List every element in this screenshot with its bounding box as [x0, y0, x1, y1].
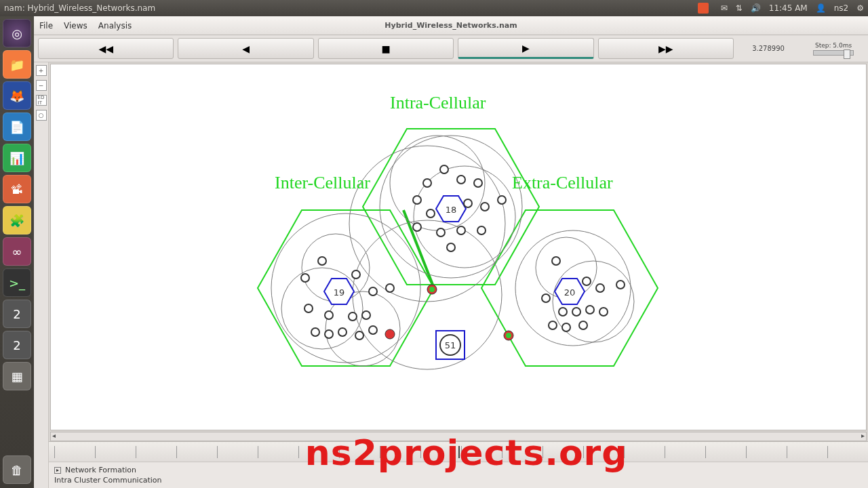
svg-point-5 — [281, 268, 363, 349]
timeline-marker[interactable] — [458, 446, 460, 458]
launcher-app2-icon[interactable]: 2 — [3, 331, 31, 359]
svg-point-32 — [369, 287, 377, 296]
svg-point-42 — [369, 326, 377, 334]
svg-point-54 — [579, 321, 587, 329]
svg-point-52 — [549, 321, 557, 329]
svg-point-30 — [301, 274, 309, 282]
svg-point-53 — [562, 323, 570, 331]
status-text-2: Intra Cluster Communication — [54, 476, 162, 485]
simulation-canvas[interactable]: Intra-Cellular Inter-Cellular Extra-Cell… — [50, 64, 867, 430]
network-icon[interactable]: ⇅ — [736, 3, 743, 13]
svg-point-45 — [596, 284, 604, 292]
volume-icon[interactable]: 🔊 — [751, 3, 761, 13]
launcher-terminal-icon[interactable]: >_ — [3, 268, 31, 297]
expand-icon[interactable]: ▸ — [54, 467, 61, 474]
svg-point-48 — [559, 308, 567, 316]
step-control[interactable]: Step: 5.0ms — [803, 38, 864, 59]
svg-point-33 — [386, 284, 394, 292]
play-button[interactable]: ▶ — [458, 38, 593, 59]
user-label[interactable]: ns2 — [834, 3, 849, 13]
playback-toolbar: ◀◀ ◀ ■ ▶ ▶▶ 3.278990 Step: 5.0ms — [34, 35, 868, 62]
system-tray: ✉ ⇅ 🔊 11:45 AM 👤 ns2 ⚙ — [698, 3, 864, 14]
label-intra: Intra-Cellular — [390, 93, 486, 113]
svg-point-26 — [457, 226, 465, 235]
svg-point-22 — [481, 203, 489, 211]
config-icon[interactable]: EDIT — [36, 95, 47, 106]
svg-point-23 — [498, 196, 506, 204]
bs-left-label: 19 — [334, 287, 345, 298]
svg-point-24 — [413, 223, 421, 231]
step-back-button[interactable]: ◀ — [178, 38, 313, 59]
clock-label[interactable]: 11:45 AM — [769, 3, 808, 13]
svg-point-28 — [447, 243, 455, 251]
zoom-out-icon[interactable]: − — [36, 80, 47, 91]
launcher-workspace-icon[interactable]: ▦ — [3, 362, 31, 390]
svg-point-29 — [318, 257, 326, 265]
unity-launcher: ◎ 📁 🦊 📄 📊 📽 🧩 ∞ >_ 2 2 ▦ 🗑 — [0, 16, 34, 488]
launcher-app1-icon[interactable]: 2 — [3, 300, 31, 328]
svg-point-18 — [474, 179, 482, 187]
reset-icon[interactable]: ○ — [36, 110, 47, 121]
system-menubar: nam: Hybrid_Wireless_Networks.nam ✉ ⇅ 🔊 … — [0, 0, 868, 16]
launcher-dash-icon[interactable]: ◎ — [3, 19, 31, 47]
view-toolbar: + − EDIT ○ — [34, 62, 49, 488]
mail-icon[interactable]: ✉ — [721, 3, 728, 13]
svg-point-3 — [390, 136, 485, 230]
svg-point-41 — [355, 331, 363, 340]
link-intra-inter — [403, 210, 434, 288]
launcher-firefox-icon[interactable]: 🦊 — [3, 81, 31, 110]
svg-point-21 — [464, 199, 472, 207]
zoom-in-icon[interactable]: + — [36, 65, 47, 76]
stop-button[interactable]: ■ — [318, 38, 454, 59]
svg-text:51: 51 — [445, 340, 456, 350]
svg-point-31 — [352, 270, 360, 279]
user-icon[interactable]: 👤 — [816, 3, 826, 13]
launcher-impress-icon[interactable]: 📽 — [3, 175, 31, 203]
svg-point-38 — [311, 328, 319, 336]
svg-point-49 — [572, 308, 580, 316]
label-inter: Inter-Cellular — [275, 173, 370, 193]
svg-point-40 — [338, 328, 347, 336]
launcher-writer-icon[interactable]: 📄 — [3, 113, 31, 141]
time-display: 3.278990 — [738, 38, 799, 59]
timeline-ticks — [54, 446, 863, 458]
timeline[interactable] — [49, 441, 868, 462]
app-menubar: File Views Analysis Hybrid_Wireless_Netw… — [34, 16, 868, 35]
svg-point-25 — [437, 228, 445, 237]
svg-point-47 — [542, 294, 550, 302]
bs-top-label: 18 — [446, 205, 457, 215]
svg-point-44 — [583, 277, 591, 285]
close-indicator-icon[interactable] — [698, 3, 709, 14]
svg-point-15 — [440, 165, 448, 174]
launcher-files-icon[interactable]: 📁 — [3, 50, 31, 79]
launcher-software-icon[interactable]: 🧩 — [3, 206, 31, 235]
svg-point-37 — [362, 311, 370, 319]
status-text-1: Network Formation — [65, 466, 136, 474]
step-label: Step: 5.0ms — [815, 42, 852, 49]
svg-point-20 — [427, 209, 435, 218]
svg-point-56 — [385, 329, 395, 339]
rewind-button[interactable]: ◀◀ — [38, 38, 174, 59]
step-slider[interactable] — [813, 50, 854, 56]
svg-point-39 — [325, 330, 333, 338]
menu-file[interactable]: File — [39, 21, 53, 30]
sink-node: 51 — [436, 331, 465, 359]
launcher-calc-icon[interactable]: 📊 — [3, 144, 31, 172]
svg-point-58 — [429, 287, 435, 292]
label-extra: Extra-Cellular — [512, 173, 613, 193]
gear-icon[interactable]: ⚙ — [856, 3, 864, 13]
canvas-hscroll[interactable] — [50, 432, 867, 441]
status-panel: ▸ Network Formation Intra Cluster Commun… — [49, 462, 868, 488]
svg-point-34 — [304, 304, 313, 312]
svg-point-43 — [552, 257, 560, 265]
menu-analysis[interactable]: Analysis — [98, 21, 132, 30]
status-row-2: Intra Cluster Communication — [54, 475, 863, 485]
launcher-update-icon[interactable]: ∞ — [3, 237, 31, 266]
app-body: + − EDIT ○ Intra-Cellular Inter-Cellular… — [34, 62, 868, 488]
svg-point-59 — [506, 333, 511, 338]
svg-point-46 — [616, 281, 625, 289]
svg-point-27 — [477, 226, 486, 235]
launcher-trash-icon[interactable]: 🗑 — [3, 455, 31, 484]
fast-forward-button[interactable]: ▶▶ — [598, 38, 734, 59]
menu-views[interactable]: Views — [64, 21, 87, 30]
